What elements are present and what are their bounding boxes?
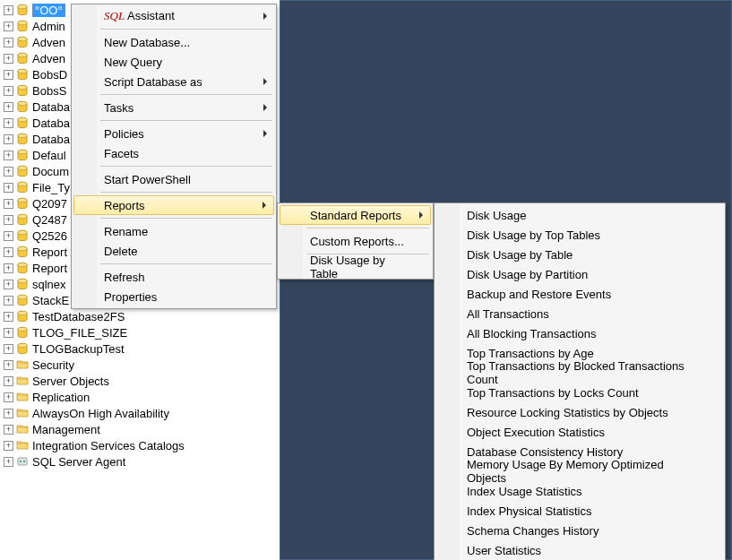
expand-icon[interactable]: +	[4, 344, 13, 354]
svg-point-41	[18, 327, 27, 331]
expand-icon[interactable]: +	[4, 457, 13, 467]
svg-point-23	[18, 182, 27, 185]
svg-point-25	[18, 198, 27, 202]
standard-report-item[interactable]: Disk Usage by Partition	[436, 264, 723, 284]
expand-icon[interactable]: +	[4, 409, 13, 418]
expand-icon[interactable]: +	[4, 441, 13, 451]
standard-report-item[interactable]: Disk Usage by Table	[436, 245, 723, 264]
expand-icon[interactable]: +	[4, 280, 13, 289]
database-icon	[16, 84, 29, 97]
expand-icon[interactable]: +	[4, 151, 13, 160]
svg-point-35	[18, 279, 27, 282]
svg-point-19	[18, 150, 27, 153]
menu-new-database[interactable]: New Database...	[73, 32, 274, 52]
standard-report-item[interactable]: Disk Usage	[436, 205, 723, 225]
menu-policies[interactable]: Policies	[73, 124, 274, 143]
expand-icon[interactable]: +	[4, 22, 13, 31]
svg-point-27	[18, 214, 27, 218]
expand-icon[interactable]: +	[4, 134, 13, 144]
menu-item-label: Resource Locking Statistics by Objects	[467, 406, 668, 419]
tree-item[interactable]: +SQL Server Agent	[2, 453, 280, 470]
tree-item[interactable]: +TestDatabase2FS	[2, 308, 280, 324]
menu-script-database-as[interactable]: Script Database as	[73, 72, 274, 91]
expand-icon[interactable]: +	[4, 247, 13, 257]
tree-item[interactable]: +Security	[2, 357, 280, 373]
expand-icon[interactable]: +	[4, 102, 13, 112]
standard-report-item[interactable]: Top Transactions by Blocked Transactions…	[436, 363, 723, 383]
menu-tasks[interactable]: Tasks	[73, 98, 274, 117]
standard-report-item[interactable]: User Statistics	[436, 540, 723, 560]
menu-item-label: Top Transactions by Age	[467, 347, 594, 360]
menu-item-label: Disk Usage by Table	[467, 248, 573, 262]
standard-report-item[interactable]: Index Physical Statistics	[436, 501, 723, 521]
tree-item[interactable]: +Management	[2, 421, 280, 437]
menu-start-powershell[interactable]: Start PowerShell	[73, 169, 274, 189]
folder-icon	[16, 407, 29, 419]
svg-point-43	[18, 343, 27, 347]
expand-icon[interactable]: +	[4, 118, 13, 128]
expand-icon[interactable]: +	[4, 425, 13, 435]
tree-item[interactable]: +Integration Services Catalogs	[2, 437, 280, 453]
expand-icon[interactable]: +	[4, 54, 13, 64]
database-icon	[16, 246, 29, 258]
standard-report-item[interactable]: All Transactions	[436, 304, 723, 323]
menu-properties[interactable]: Properties	[73, 287, 274, 306]
expand-icon[interactable]: +	[4, 296, 13, 306]
expand-icon[interactable]: +	[4, 376, 13, 386]
tree-item[interactable]: +AlwaysOn High Availability	[2, 405, 280, 421]
tree-item-label: Security	[32, 358, 280, 372]
standard-report-item[interactable]: Object Execution Statistics	[436, 422, 723, 442]
menu-item-label: Index Physical Statistics	[467, 504, 591, 518]
menu-sql-assistant[interactable]: SQL Assistant	[73, 6, 274, 26]
expand-icon[interactable]: +	[4, 312, 13, 322]
expand-icon[interactable]: +	[4, 392, 13, 402]
expand-icon[interactable]: +	[4, 199, 13, 209]
tree-item[interactable]: +TLOG_FILE_SIZE	[2, 324, 280, 340]
expand-icon[interactable]: +	[4, 70, 13, 80]
database-icon	[16, 197, 29, 210]
menu-facets[interactable]: Facets	[73, 143, 274, 163]
tree-item-label: TLOG_FILE_SIZE	[32, 326, 280, 340]
svg-point-5	[18, 37, 27, 40]
standard-report-item[interactable]: All Blocking Transactions	[436, 323, 723, 343]
expand-icon[interactable]: +	[4, 360, 13, 370]
database-icon	[16, 149, 29, 161]
expand-icon[interactable]: +	[4, 215, 13, 225]
menu-item-label: Object Execution Statistics	[467, 426, 605, 439]
svg-point-13	[18, 101, 27, 105]
expand-icon[interactable]: +	[4, 167, 13, 177]
expand-icon[interactable]: +	[4, 263, 13, 273]
database-icon	[16, 116, 29, 129]
menu-new-query[interactable]: New Query	[73, 52, 274, 72]
standard-report-item[interactable]: Disk Usage by Top Tables	[436, 225, 723, 245]
standard-report-item[interactable]: Backup and Restore Events	[436, 284, 723, 304]
menu-rename[interactable]: Rename	[73, 221, 274, 241]
expand-icon[interactable]: +	[4, 231, 13, 241]
expand-icon[interactable]: +	[4, 86, 13, 96]
svg-point-31	[18, 246, 27, 250]
standard-report-item[interactable]: Schema Changes History	[436, 521, 723, 540]
expand-icon[interactable]: +	[4, 183, 13, 193]
menu-item-label: Disk Usage	[467, 209, 526, 222]
submenu-disk-usage-by-table[interactable]: Disk Usage by Table	[280, 257, 431, 277]
expand-icon[interactable]: +	[4, 328, 13, 338]
tree-item-label: Server Objects	[32, 375, 280, 388]
menu-refresh[interactable]: Refresh	[73, 267, 274, 287]
svg-point-37	[18, 295, 27, 298]
svg-point-45	[20, 461, 22, 462]
database-context-menu: SQL Assistant New Database... New Query …	[71, 4, 277, 309]
tree-item[interactable]: +Replication	[2, 389, 280, 405]
menu-item-label: Memory Usage By Memory Optimized Objects	[467, 458, 705, 485]
menu-item-label: Top Transactions by Blocked Transactions…	[467, 359, 705, 386]
expand-icon[interactable]: +	[4, 38, 13, 47]
tree-item[interactable]: +Server Objects	[2, 373, 280, 389]
menu-reports[interactable]: Reports	[73, 195, 274, 215]
standard-report-item[interactable]: Resource Locking Statistics by Objects	[436, 402, 723, 422]
submenu-standard-reports[interactable]: Standard Reports	[280, 205, 431, 225]
expand-icon[interactable]: +	[4, 5, 13, 15]
menu-delete[interactable]: Delete	[73, 241, 274, 261]
tree-item[interactable]: +TLOGBackupTest	[2, 340, 280, 357]
standard-report-item[interactable]: Memory Usage By Memory Optimized Objects	[436, 461, 723, 481]
submenu-custom-reports[interactable]: Custom Reports...	[280, 231, 431, 251]
menu-item-label: All Transactions	[467, 307, 549, 321]
